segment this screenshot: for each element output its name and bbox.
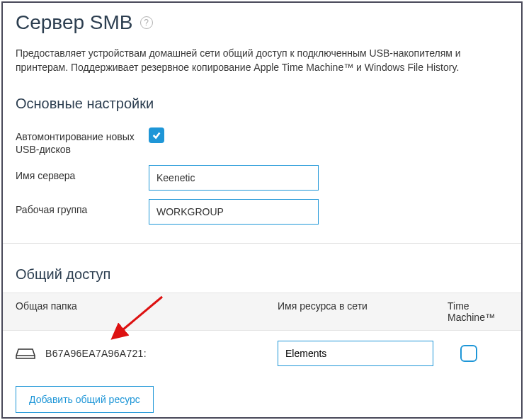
server-name-label: Имя сервера — [16, 165, 149, 182]
automount-label: Автомонтирование новых USB-дисков — [16, 126, 149, 156]
page-title: Сервер SMB ? — [16, 11, 508, 34]
automount-checkbox[interactable] — [149, 127, 164, 143]
page-title-text: Сервер SMB — [16, 11, 133, 34]
sharing-title: Общий доступ — [3, 258, 521, 293]
table-header: Общая папка Имя ресурса в сети Time Mach… — [3, 293, 521, 331]
col-header-folder: Общая папка — [16, 300, 278, 323]
col-header-resource: Имя ресурса в сети — [278, 300, 448, 323]
workgroup-input[interactable] — [149, 199, 319, 225]
time-machine-checkbox[interactable] — [460, 345, 477, 362]
page-description: Предоставляет устройствам домашней сети … — [3, 40, 521, 87]
col-header-tm: Time Machine™ — [448, 300, 508, 323]
basic-settings-title: Основные настройки — [3, 87, 521, 122]
help-icon[interactable]: ? — [140, 16, 153, 29]
workgroup-label: Рабочая группа — [16, 199, 149, 216]
drive-id: B67A96EA7A96A721: — [45, 348, 147, 359]
add-share-button[interactable]: Добавить общий ресурс — [16, 386, 154, 413]
server-name-input[interactable] — [149, 165, 319, 191]
table-row: B67A96EA7A96A721: — [3, 331, 521, 376]
resource-name-input[interactable] — [278, 341, 433, 366]
drive-icon — [16, 347, 35, 360]
